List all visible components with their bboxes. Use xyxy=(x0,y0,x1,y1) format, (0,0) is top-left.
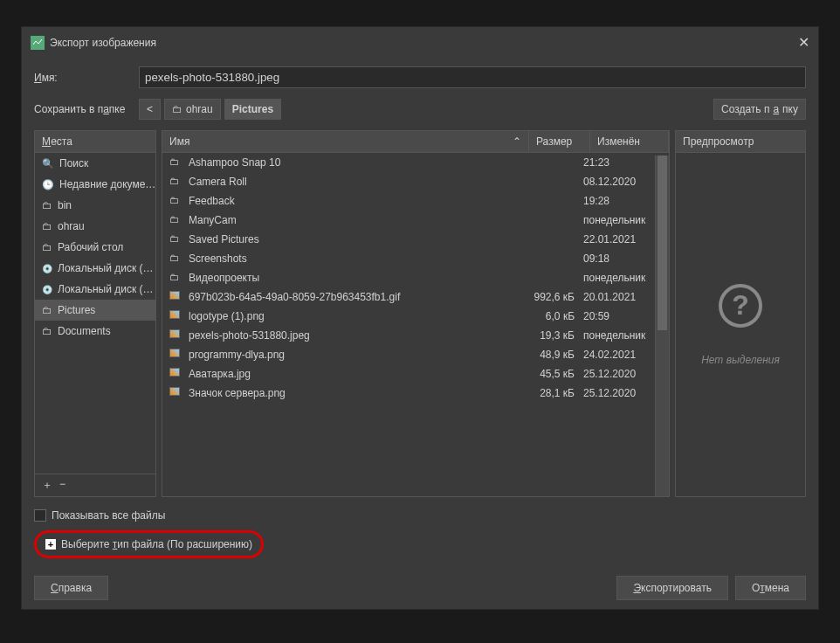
file-modified: 09:18 xyxy=(583,252,662,265)
places-panel: Места ПоискНедавние докуме…🗀bin🗀ohrau🗀Ра… xyxy=(34,130,156,497)
name-label: ИИмя:мя: xyxy=(34,72,139,84)
place-label: Локальный диск (… xyxy=(58,262,154,274)
breadcrumb-back-button[interactable]: < xyxy=(139,99,161,120)
create-folder-button[interactable]: Создать папку xyxy=(713,99,806,120)
file-row[interactable]: 🗀Saved Pictures22.01.2021 xyxy=(162,230,669,249)
place-item[interactable]: 🗀Рабочий стол xyxy=(35,237,155,258)
folder-icon: 🗀 xyxy=(42,325,52,337)
place-item[interactable]: 🗀bin xyxy=(35,195,155,216)
sort-asc-icon: ⌃ xyxy=(513,135,521,148)
place-item[interactable]: Локальный диск (… xyxy=(35,258,155,279)
export-button[interactable]: Экспортировать xyxy=(616,576,728,600)
place-item[interactable]: Локальный диск (… xyxy=(35,279,155,300)
breadcrumb: < 🗀ohrau Pictures xyxy=(139,99,281,120)
help-button[interactable]: Справка xyxy=(34,576,108,600)
file-size xyxy=(522,195,583,207)
window-title: Экспорт изображения xyxy=(50,37,156,49)
place-label: Documents xyxy=(58,325,111,337)
folder-icon: 🗀 xyxy=(169,272,183,284)
scrollbar[interactable] xyxy=(655,156,669,496)
file-type-expander[interactable]: + Выберите тип файла (По расширению) xyxy=(34,530,264,558)
file-row[interactable]: 🗀ManyCamпонедельник xyxy=(162,211,669,230)
folder-icon: 🗀 xyxy=(169,233,183,245)
file-row[interactable]: programmy-dlya.png48,9 кБ24.02.2021 xyxy=(162,345,669,364)
file-row[interactable]: 🗀Screenshots09:18 xyxy=(162,249,669,268)
file-row[interactable]: pexels-photo-531880.jpeg19,3 кБпонедельн… xyxy=(162,326,669,345)
file-name: 697b023b-64a5-49a0-8059-27b963453fb1.gif xyxy=(189,291,522,303)
place-item[interactable]: Недавние докуме… xyxy=(35,174,155,195)
file-row[interactable]: 697b023b-64a5-49a0-8059-27b963453fb1.gif… xyxy=(162,287,669,307)
file-size xyxy=(522,176,583,188)
titlebar: Экспорт изображения ✕ xyxy=(22,27,818,58)
file-row[interactable]: logotype (1).png6,0 кБ20:59 xyxy=(162,307,669,326)
file-row[interactable]: 🗀Ashampoo Snap 1021:23 xyxy=(162,153,669,172)
question-icon: ? xyxy=(719,284,762,328)
image-icon xyxy=(169,329,183,342)
file-size xyxy=(522,233,583,245)
search-icon xyxy=(42,157,54,169)
folder-icon: 🗀 xyxy=(169,156,183,169)
filename-input[interactable] xyxy=(139,66,806,88)
file-modified: 24.02.2021 xyxy=(583,349,662,361)
file-name: logotype (1).png xyxy=(189,310,522,322)
file-size xyxy=(522,252,583,265)
file-row[interactable]: 🗀Camera Roll08.12.2020 xyxy=(162,172,669,191)
folder-icon: 🗀 xyxy=(169,214,183,226)
file-modified: понедельник xyxy=(583,214,662,226)
place-label: ohrau xyxy=(58,220,85,232)
file-size xyxy=(522,156,583,169)
places-header[interactable]: Места xyxy=(35,131,155,153)
place-label: Недавние докуме… xyxy=(59,178,155,190)
breadcrumb-pictures[interactable]: Pictures xyxy=(224,99,281,120)
folder-icon: 🗀 xyxy=(169,176,183,188)
app-icon xyxy=(31,36,45,50)
folder-icon: 🗀 xyxy=(172,103,182,115)
preview-text: Нет выделения xyxy=(701,354,780,366)
image-icon xyxy=(169,291,183,303)
places-footer: ＋ − xyxy=(35,474,155,496)
breadcrumb-ohrau[interactable]: 🗀ohrau xyxy=(164,99,221,120)
file-modified: 20.01.2021 xyxy=(583,291,662,303)
file-name: Camera Roll xyxy=(189,176,522,188)
place-label: bin xyxy=(58,199,72,211)
column-modified[interactable]: Изменён xyxy=(590,131,669,152)
file-size: 6,0 кБ xyxy=(522,310,583,322)
file-size xyxy=(522,214,583,226)
file-type-label: Выберите тип файла (По расширению) xyxy=(61,538,252,550)
drive-icon xyxy=(42,283,52,295)
file-modified: понедельник xyxy=(583,272,662,284)
file-name: Screenshots xyxy=(189,252,522,265)
file-row[interactable]: Аватарка.jpg45,5 кБ25.12.2020 xyxy=(162,364,669,384)
recent-icon xyxy=(42,178,54,190)
file-name: pexels-photo-531880.jpeg xyxy=(189,329,522,342)
remove-place-button[interactable]: − xyxy=(59,478,65,493)
file-size: 48,9 кБ xyxy=(522,349,583,361)
file-row[interactable]: 🗀Видеопроектыпонедельник xyxy=(162,268,669,287)
scrollbar-thumb[interactable] xyxy=(658,156,667,330)
file-name: Saved Pictures xyxy=(189,233,522,245)
close-icon[interactable]: ✕ xyxy=(798,34,809,51)
add-place-button[interactable]: ＋ xyxy=(42,478,52,493)
file-modified: 20:59 xyxy=(583,310,662,322)
column-name[interactable]: Имя⌃ xyxy=(162,131,529,152)
file-name: Feedback xyxy=(189,195,522,207)
preview-header: Предпросмотр xyxy=(676,131,805,153)
place-item[interactable]: 🗀ohrau xyxy=(35,216,155,237)
folder-icon: 🗀 xyxy=(42,304,52,316)
image-icon xyxy=(169,387,183,399)
folder-icon: 🗀 xyxy=(42,241,52,253)
file-row[interactable]: 🗀Feedback19:28 xyxy=(162,191,669,211)
place-item[interactable]: 🗀Documents xyxy=(35,321,155,342)
file-modified: 22.01.2021 xyxy=(583,233,662,245)
file-size: 992,6 кБ xyxy=(522,291,583,303)
file-row[interactable]: Значок сервера.png28,1 кБ25.12.2020 xyxy=(162,384,669,403)
file-modified: 25.12.2020 xyxy=(583,387,662,399)
file-size: 45,5 кБ xyxy=(522,368,583,380)
show-all-checkbox[interactable] xyxy=(34,509,46,522)
place-item[interactable]: Поиск xyxy=(35,153,155,174)
file-name: Видеопроекты xyxy=(189,272,522,284)
place-item[interactable]: 🗀Pictures xyxy=(35,300,155,321)
cancel-button[interactable]: Отмена xyxy=(735,576,806,600)
folder-icon: 🗀 xyxy=(169,252,183,265)
column-size[interactable]: Размер xyxy=(529,131,590,152)
